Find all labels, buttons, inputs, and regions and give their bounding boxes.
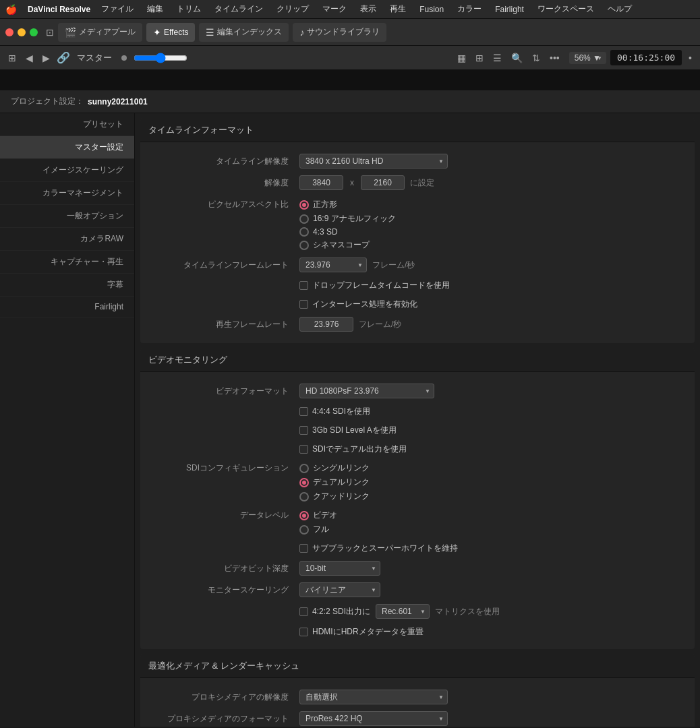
monitor-scaling-dropdown[interactable]: バイリニア (299, 582, 380, 597)
sdi-422-item[interactable]: 4:2:2 SDI出力に (299, 606, 370, 617)
close-button[interactable] (5, 28, 13, 36)
menu-color[interactable]: カラー (455, 2, 484, 16)
aspect-sd43-item[interactable]: 4:3 SD (299, 227, 396, 237)
sdi-dual-output-control: SDIでデュアル出力を使用 (299, 444, 684, 455)
link-icon[interactable]: 🔗 (57, 51, 70, 64)
sidebar-item-capture[interactable]: キャプチャー・再生 (0, 251, 134, 274)
width-input[interactable]: 3840 (299, 175, 343, 190)
sidebar-item-color-mgmt[interactable]: カラーマネージメント (0, 182, 134, 205)
menu-help[interactable]: ヘルプ (605, 2, 635, 16)
data-level-full-item[interactable]: フル (299, 524, 337, 535)
aspect-sd43-radio[interactable] (299, 227, 309, 237)
minimize-button[interactable] (18, 28, 26, 36)
sdi-444-item[interactable]: 4:4:4 SDIを使用 (299, 406, 370, 417)
matrix-dropdown[interactable]: Rec.601 (376, 604, 430, 619)
zoom-selector[interactable]: 56% ▼ (569, 52, 606, 64)
menu-mark[interactable]: マーク (320, 2, 349, 16)
apple-logo-icon[interactable]: 🍎 (5, 4, 17, 15)
interlace-checkbox-item[interactable]: インターレース処理を有効化 (299, 299, 417, 310)
sdi-quad-item[interactable]: クアッドリンク (299, 491, 370, 502)
menu-workspace[interactable]: ワークスペース (535, 2, 597, 16)
window-icon[interactable]: ⊡ (46, 27, 54, 38)
sdi-3gb-item[interactable]: 3Gb SDI Level Aを使用 (299, 425, 397, 436)
proxy-format-dropdown[interactable]: ProRes 422 HQ (299, 711, 448, 726)
aspect-anamorphic-item[interactable]: 16:9 アナモルフィック (299, 213, 396, 224)
aspect-square-item[interactable]: 正方形 (299, 199, 396, 210)
sidebar-item-camera-raw[interactable]: カメラRAW (0, 228, 134, 251)
sdi-dual-output-checkbox[interactable] (299, 445, 308, 454)
menu-clip[interactable]: クリップ (274, 2, 312, 16)
video-format-row: ビデオフォーマット HD 1080PsF 23.976 (140, 380, 695, 402)
data-level-video-item[interactable]: ビデオ (299, 510, 337, 521)
playback-rate-input[interactable] (299, 317, 353, 332)
sidebar-item-fairlight[interactable]: Fairlight (0, 297, 134, 317)
sdi-quad-radio[interactable] (299, 492, 309, 502)
more-button[interactable]: ••• (547, 51, 562, 65)
sdi-dual-item[interactable]: デュアルリンク (299, 477, 370, 488)
sound-library-button[interactable]: ♪ サウンドライブラリ (293, 23, 386, 42)
sdi-422-label: 4:2:2 SDI出力に (312, 606, 370, 617)
sort-button[interactable]: ⇅ (529, 51, 543, 65)
bit-depth-dropdown[interactable]: 10-bit (299, 561, 380, 576)
sdi-single-item[interactable]: シングルリンク (299, 462, 370, 474)
effects-button[interactable]: ✦ Effects (146, 23, 195, 42)
framerate-dropdown[interactable]: 23.976 (299, 257, 367, 272)
resolution-dropdown[interactable]: 3840 x 2160 Ultra HD (299, 154, 448, 169)
sdi-3gb-checkbox[interactable] (299, 426, 308, 435)
sdi-dual-radio[interactable] (299, 478, 309, 487)
sidebar-item-master[interactable]: マスター設定 (0, 136, 134, 159)
sub-black-item[interactable]: サブブラックとスーパーホワイトを維持 (299, 543, 458, 554)
menu-edit[interactable]: 編集 (144, 2, 166, 16)
timecode-more-button[interactable]: • (686, 51, 695, 65)
hdmi-hdr-item[interactable]: HDMIにHDRメタデータを重畳 (299, 626, 424, 638)
data-level-full-radio[interactable] (299, 525, 309, 535)
search-button[interactable]: 🔍 (508, 51, 525, 65)
media-pool-button[interactable]: 🎬 メディアプール (58, 23, 142, 42)
nav-slider[interactable] (134, 53, 187, 63)
interlace-checkbox[interactable] (299, 300, 308, 309)
sidebar-item-general-options[interactable]: 一般オプション (0, 205, 134, 228)
sdi-single-radio[interactable] (299, 464, 309, 473)
menu-fusion[interactable]: Fusion (417, 3, 446, 16)
aspect-square-radio[interactable] (299, 200, 309, 210)
menu-trim[interactable]: トリム (174, 2, 204, 16)
view-grid-button[interactable]: ⊞ (473, 51, 486, 65)
drop-frame-checkbox[interactable] (299, 281, 308, 290)
sub-black-checkbox[interactable] (299, 544, 308, 553)
menu-timeline[interactable]: タイムライン (212, 2, 266, 16)
drop-frame-checkbox-item[interactable]: ドロップフレームタイムコードを使用 (299, 280, 450, 291)
proxy-res-row: プロキシメディアの解像度 自動選択 (140, 686, 695, 708)
edit-index-button[interactable]: ☰ 編集インデックス (199, 23, 289, 42)
matrix-use-label: マトリクスを使用 (435, 606, 500, 617)
sidebar-item-image-scaling[interactable]: イメージスケーリング (0, 159, 134, 182)
sdi-444-checkbox[interactable] (299, 407, 308, 416)
sdi-422-checkbox[interactable] (299, 607, 308, 616)
aspect-anamorphic-radio[interactable] (299, 214, 309, 224)
menu-file[interactable]: ファイル (98, 2, 136, 16)
hdmi-hdr-checkbox[interactable] (299, 628, 308, 636)
bit-depth-row: ビデオビット深度 10-bit (140, 557, 695, 579)
view-storyboard-button[interactable]: ▦ (455, 51, 469, 65)
aspect-cinemascope-item[interactable]: シネマスコープ (299, 239, 396, 251)
view-list-button[interactable]: ☰ (490, 51, 504, 65)
layout-toggle-button[interactable]: ⊞ (5, 51, 19, 65)
maximize-button[interactable] (30, 28, 38, 36)
proxy-res-dropdown[interactable]: 自動選択 (299, 690, 448, 704)
nav-right-button[interactable]: ▶ (40, 51, 53, 65)
menu-play[interactable]: 再生 (387, 2, 409, 16)
sdi-dual-label: デュアルリンク (313, 477, 370, 488)
menu-fairlight[interactable]: Fairlight (492, 3, 527, 16)
nav-left-button[interactable]: ◀ (23, 51, 36, 65)
sdi-dual-output-item[interactable]: SDIでデュアル出力を使用 (299, 444, 407, 455)
nav-bar: ⊞ ◀ ▶ 🔗 マスター ▦ ⊞ ☰ 🔍 ⇅ ••• 56% ▼ 00:16:2… (0, 46, 700, 70)
height-input[interactable]: 2160 (361, 175, 405, 190)
aspect-cinemascope-radio[interactable] (299, 241, 309, 250)
sdi-422-row: 4:2:2 SDI出力に Rec.601 マトリクスを使用 (140, 601, 695, 622)
video-format-dropdown[interactable]: HD 1080PsF 23.976 (299, 384, 434, 398)
sidebar-item-subtitle[interactable]: 字幕 (0, 274, 134, 297)
menu-view[interactable]: 表示 (357, 2, 379, 16)
data-level-video-radio[interactable] (299, 511, 309, 520)
sdi-config-label: SDIコンフィギュレーション (151, 462, 299, 474)
sdi-444-row: 4:4:4 SDIを使用 (140, 402, 695, 421)
sidebar-item-preset[interactable]: プリセット (0, 113, 134, 136)
